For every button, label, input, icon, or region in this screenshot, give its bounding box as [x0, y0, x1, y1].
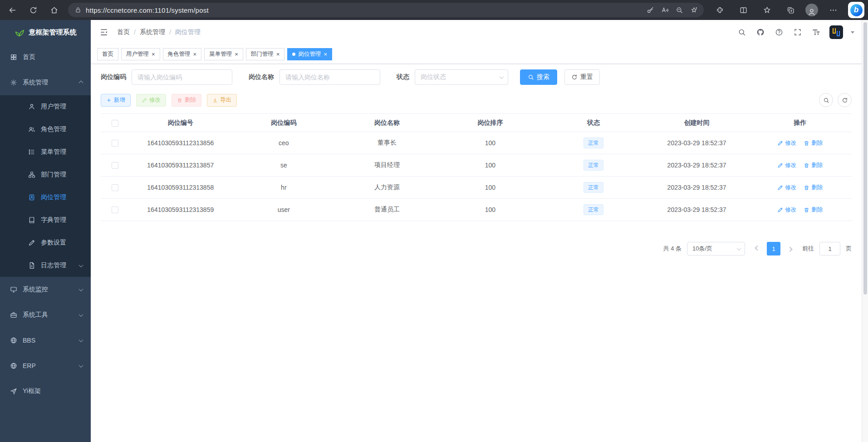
close-tab-icon[interactable]: ×	[235, 51, 238, 57]
id-badge-icon	[28, 194, 35, 201]
row-edit-link[interactable]: 修改	[777, 206, 796, 214]
extensions-icon[interactable]	[711, 2, 728, 18]
address-bar[interactable]: https://ccnetcore.com:1101/system/post	[68, 3, 704, 17]
row-checkbox[interactable]	[112, 184, 118, 191]
page-size-select[interactable]: 10条/页	[687, 242, 745, 255]
breadcrumb-home[interactable]: 首页	[117, 28, 130, 36]
browser-more-menu-icon[interactable]	[824, 2, 842, 18]
row-checkbox[interactable]	[112, 206, 118, 213]
refresh-button[interactable]	[25, 2, 42, 18]
sidebar-item-menu[interactable]: 菜单管理	[0, 141, 91, 163]
search-icon	[823, 97, 829, 103]
next-page-button[interactable]	[783, 242, 797, 255]
breadcrumb-separator: /	[134, 29, 136, 36]
refresh-table-button[interactable]	[838, 93, 852, 107]
browser-profile-avatar[interactable]	[805, 4, 818, 16]
sidebar-item-home[interactable]: 首页	[0, 44, 91, 70]
add-button[interactable]: 新增	[101, 94, 131, 107]
zoom-icon[interactable]	[672, 4, 687, 16]
navbar-actions	[736, 25, 854, 39]
site-security-lock-icon[interactable]	[74, 6, 82, 14]
select-all-checkbox[interactable]	[112, 120, 118, 127]
sidebar-item-system[interactable]: 系统管理	[0, 70, 91, 95]
post-code-input[interactable]	[132, 69, 232, 85]
reset-button[interactable]: 重置	[564, 69, 600, 85]
read-aloud-icon[interactable]	[657, 4, 672, 16]
screen: https://ccnetcore.com:1101/system/post	[0, 0, 868, 442]
split-screen-icon[interactable]	[735, 2, 752, 18]
edit-pencil-icon	[28, 239, 35, 246]
edit-button[interactable]: 修改	[136, 94, 166, 107]
current-page-button[interactable]: 1	[767, 242, 780, 255]
post-name-input[interactable]	[280, 69, 380, 85]
sidebar-item-param[interactable]: 参数设置	[0, 231, 91, 254]
close-tab-icon[interactable]: ×	[193, 51, 197, 57]
page-scrollbar[interactable]	[862, 20, 868, 442]
font-size-icon[interactable]	[811, 27, 822, 38]
close-tab-icon[interactable]: ×	[324, 51, 327, 57]
row-edit-link[interactable]: 修改	[777, 162, 796, 169]
password-key-icon[interactable]	[643, 4, 657, 16]
goto-page-input[interactable]	[819, 242, 840, 255]
user-avatar[interactable]	[829, 25, 843, 39]
prev-page-button[interactable]	[750, 242, 764, 255]
github-icon[interactable]	[755, 27, 766, 38]
row-delete-link[interactable]: 删除	[804, 184, 823, 192]
help-question-icon[interactable]	[774, 27, 785, 38]
cell-post-id: 1641030593112313858	[129, 177, 232, 199]
header-search-icon[interactable]	[736, 27, 747, 38]
sidebar-item-role[interactable]: 角色管理	[0, 118, 91, 141]
delete-button[interactable]: 删除	[172, 94, 201, 107]
scrollbar-thumb[interactable]	[863, 22, 867, 295]
tab-menu-mgmt[interactable]: 菜单管理 ×	[204, 48, 243, 60]
export-button[interactable]: 导出	[207, 94, 237, 107]
row-checkbox[interactable]	[112, 162, 118, 169]
gear-icon	[10, 79, 17, 86]
breadcrumb-system[interactable]: 系统管理	[140, 28, 165, 36]
sidebar-toggle-button[interactable]	[98, 26, 110, 38]
back-button[interactable]	[4, 2, 21, 18]
sidebar-item-user[interactable]: 用户管理	[0, 95, 91, 118]
refresh-icon	[29, 6, 38, 15]
row-delete-link[interactable]: 删除	[804, 139, 823, 147]
table-header-row: 岗位编号 岗位编码 岗位名称 岗位排序 状态 创建时间 操作	[101, 114, 852, 132]
close-tab-icon[interactable]: ×	[152, 51, 155, 57]
row-edit-link[interactable]: 修改	[777, 139, 796, 147]
sidebar-item-bbs[interactable]: BBS	[0, 328, 91, 353]
sidebar-item-dept[interactable]: 部门管理	[0, 163, 91, 186]
sidebar-item-monitor[interactable]: 系统监控	[0, 277, 91, 302]
sidebar-item-tool[interactable]: 系统工具	[0, 302, 91, 328]
favorites-bar-icon[interactable]	[758, 2, 775, 18]
row-delete-link[interactable]: 删除	[804, 206, 823, 214]
tab-post-mgmt[interactable]: 岗位管理 ×	[287, 48, 332, 60]
trash-icon	[804, 207, 809, 213]
row-delete-link[interactable]: 删除	[804, 162, 823, 169]
toggle-search-button[interactable]	[819, 93, 833, 107]
row-edit-link[interactable]: 修改	[777, 184, 796, 192]
home-button[interactable]	[45, 2, 63, 18]
row-checkbox[interactable]	[112, 140, 118, 147]
close-tab-icon[interactable]: ×	[276, 51, 280, 57]
status-select[interactable]: 岗位状态	[415, 69, 508, 85]
tab-dept-mgmt[interactable]: 部门管理 ×	[246, 48, 285, 60]
status-select-placeholder: 岗位状态	[421, 73, 446, 81]
sidebar-item-erp[interactable]: ERP	[0, 353, 91, 378]
active-tab-dot	[292, 53, 295, 56]
collections-icon[interactable]	[782, 2, 799, 18]
col-post-id: 岗位编号	[129, 114, 232, 132]
fullscreen-icon[interactable]	[792, 27, 803, 38]
tab-home[interactable]: 首页	[97, 48, 118, 60]
search-button[interactable]: 搜索	[520, 69, 557, 85]
sidebar-item-post[interactable]: 岗位管理	[0, 186, 91, 209]
sidebar-item-log[interactable]: 日志管理	[0, 254, 91, 277]
cell-post-name: 普通员工	[335, 199, 439, 221]
favorite-star-icon[interactable]	[687, 4, 701, 16]
avatar-dropdown-caret[interactable]	[851, 31, 854, 34]
sidebar-item-yi[interactable]: Yi框架	[0, 378, 91, 404]
tab-user-mgmt[interactable]: 用户管理 ×	[121, 48, 160, 60]
sidebar-item-dict[interactable]: 字典管理	[0, 209, 91, 231]
url-text[interactable]: https://ccnetcore.com:1101/system/post	[86, 6, 643, 14]
tab-role-mgmt[interactable]: 角色管理 ×	[163, 48, 202, 60]
dashboard-icon	[10, 54, 17, 61]
bing-copilot-button[interactable]: b	[848, 2, 864, 18]
